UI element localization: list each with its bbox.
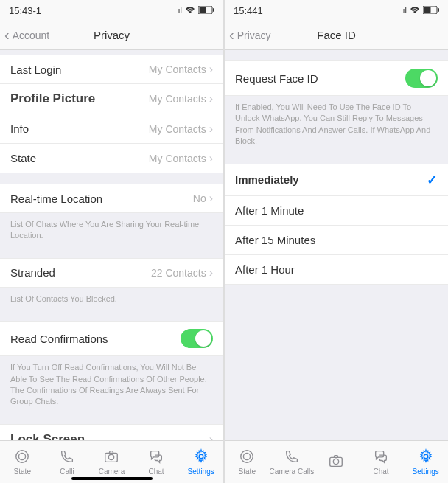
battery-icon xyxy=(423,5,439,16)
svg-point-6 xyxy=(109,454,114,459)
chevron-right-icon: › xyxy=(209,266,213,279)
row-value: My Contacts› xyxy=(149,92,213,105)
page-title: Privacy xyxy=(94,29,130,41)
camera-icon xyxy=(328,453,344,470)
status-time: 15:43-1 xyxy=(9,5,41,16)
delay-option-row[interactable]: After 1 Minute xyxy=(225,196,448,226)
scroll-content[interactable]: Last Login My Contacts›Profile Picture M… xyxy=(0,50,223,483)
svg-point-15 xyxy=(424,454,428,459)
page-title: Face ID xyxy=(317,29,356,41)
row-label: Profile Picture xyxy=(10,91,95,106)
status-indicators: ıl xyxy=(403,5,440,16)
row-label: Stranded xyxy=(10,266,55,279)
tab-calls[interactable]: Camera Calls xyxy=(270,441,315,483)
location-group: Real-time Location No› xyxy=(0,184,223,213)
chat-icon xyxy=(373,448,389,466)
state-icon xyxy=(14,448,30,466)
checkmark-icon: ✓ xyxy=(427,172,438,188)
tab-state[interactable]: State xyxy=(225,441,270,483)
tab-label: State xyxy=(14,468,31,476)
privacy-row[interactable]: Last Login My Contacts› xyxy=(0,55,223,84)
read-toggle[interactable] xyxy=(181,329,213,348)
status-bar: 15:441 ıl xyxy=(225,0,448,21)
back-button[interactable]: Account xyxy=(0,27,49,44)
row-value: No› xyxy=(193,192,213,205)
chevron-right-icon: › xyxy=(209,192,213,205)
tab-label: Camera Calls xyxy=(270,468,315,476)
blocked-footer: List Of Contacts You Blocked. xyxy=(0,288,223,310)
row-label: Read Confirmations xyxy=(10,333,108,345)
tab-bar: StateCamera CallsChatSettings xyxy=(225,440,448,483)
tab-chat[interactable]: Chat xyxy=(359,441,404,483)
row-label: After 15 Minutes xyxy=(235,234,315,246)
read-footer: If You Turn Off Read Confirmations, You … xyxy=(0,356,223,414)
delay-option-row[interactable]: Immediately ✓ xyxy=(225,164,448,196)
delay-option-row[interactable]: After 1 Hour xyxy=(225,255,448,285)
row-value: My Contacts› xyxy=(149,152,213,165)
read-group: Read Confirmations xyxy=(0,321,223,356)
row-label: Info xyxy=(10,122,29,135)
location-footer: List Of Chats Where You Are Sharing Your… xyxy=(0,213,223,248)
row-label: Request Face ID xyxy=(235,72,318,85)
chat-icon xyxy=(148,448,164,466)
tab-label: Settings xyxy=(413,468,439,476)
svg-point-4 xyxy=(19,453,26,459)
tab-camera[interactable] xyxy=(314,441,359,483)
row-label: Real-time Location xyxy=(10,192,102,205)
row-label: Last Login xyxy=(10,63,61,76)
privacy-row[interactable]: Info My Contacts› xyxy=(0,114,223,144)
privacy-row[interactable]: Profile Picture My Contacts› xyxy=(0,84,223,114)
scroll-content[interactable]: Request Face ID If Enabled, You Will Nee… xyxy=(225,50,448,483)
row-value: My Contacts› xyxy=(149,63,213,76)
privacy-group: Last Login My Contacts›Profile Picture M… xyxy=(0,55,223,173)
row-label: Immediately xyxy=(235,173,299,186)
row-value: My Contacts› xyxy=(149,122,213,136)
tab-state[interactable]: State xyxy=(0,441,45,483)
tab-label: Camera xyxy=(99,468,125,476)
realtime-location-row[interactable]: Real-time Location No› xyxy=(0,184,223,213)
svg-point-12 xyxy=(244,453,251,459)
signal-icon: ıl xyxy=(178,6,183,15)
wifi-icon xyxy=(410,5,420,16)
request-footer: If Enabled, You Will Need To Use The Fac… xyxy=(225,96,448,153)
chevron-right-icon: › xyxy=(209,122,213,136)
tab-label: Settings xyxy=(188,468,214,476)
request-group: Request Face ID xyxy=(225,60,448,96)
home-indicator xyxy=(71,477,153,480)
battery-icon xyxy=(198,5,214,16)
tab-label: Chat xyxy=(149,468,164,476)
calls-icon xyxy=(59,448,75,466)
faceid-toggle[interactable] xyxy=(405,69,438,88)
read-confirmations-row[interactable]: Read Confirmations xyxy=(0,321,223,356)
svg-rect-9 xyxy=(424,7,431,13)
svg-point-7 xyxy=(199,454,203,459)
wifi-icon xyxy=(185,5,195,16)
delay-options-group: Immediately ✓After 1 Minute After 15 Min… xyxy=(225,164,448,285)
svg-rect-1 xyxy=(200,7,206,13)
delay-option-row[interactable]: After 15 Minutes xyxy=(225,226,448,255)
tab-settings[interactable]: Settings xyxy=(178,441,223,483)
tab-label: Calli xyxy=(60,468,74,476)
privacy-row[interactable]: State My Contacts› xyxy=(0,144,223,173)
request-faceid-row[interactable]: Request Face ID xyxy=(225,60,448,96)
camera-icon xyxy=(103,448,119,466)
svg-point-11 xyxy=(241,451,253,463)
row-label: State xyxy=(10,152,36,164)
svg-point-3 xyxy=(16,451,29,463)
blocked-row[interactable]: Stranded 22 Contacts› xyxy=(0,258,223,288)
chevron-right-icon: › xyxy=(209,152,213,165)
settings-icon xyxy=(193,448,209,466)
tab-label: State xyxy=(239,468,256,476)
row-label: After 1 Minute xyxy=(235,204,304,217)
chevron-right-icon: › xyxy=(209,92,213,105)
row-value: 22 Contacts› xyxy=(151,266,213,279)
svg-rect-2 xyxy=(213,8,214,12)
svg-point-14 xyxy=(334,459,339,464)
calls-icon xyxy=(284,448,300,466)
status-time: 15:441 xyxy=(234,5,263,16)
svg-rect-10 xyxy=(438,8,439,12)
chevron-right-icon: › xyxy=(209,63,213,76)
tab-settings[interactable]: Settings xyxy=(403,441,448,483)
back-button[interactable]: Privacy xyxy=(225,27,271,44)
phone-left: 15:43-1 ıl Account Privacy Last Login My… xyxy=(0,0,223,483)
